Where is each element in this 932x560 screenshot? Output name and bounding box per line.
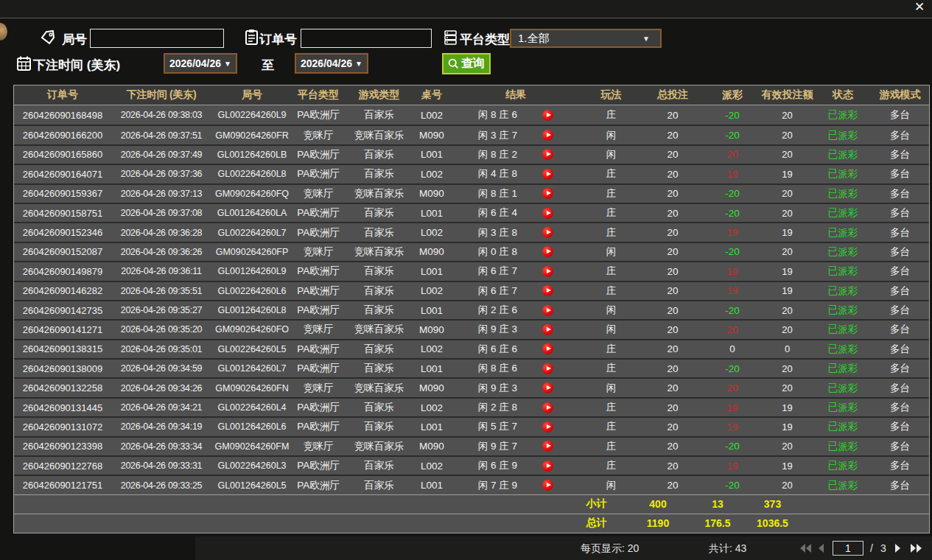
video-play-icon[interactable] — [542, 382, 553, 393]
cell-round-number: GM090264260FN — [211, 383, 292, 393]
cell-bet-time: 2026-04-26 09:35:51 — [111, 286, 211, 296]
cell-game-type: 百家乐 — [344, 226, 414, 239]
video-play-icon[interactable] — [542, 227, 553, 238]
cell-round-number: GL001264260L8 — [211, 305, 292, 315]
video-play-icon[interactable] — [542, 285, 553, 296]
cell-status: 已派彩 — [815, 304, 871, 317]
cell-platform: PA欧洲厅 — [292, 284, 344, 298]
date-from-select[interactable]: 2026/04/26 ▼ — [164, 53, 237, 74]
chevron-down-icon: ▼ — [224, 60, 231, 68]
cell-status: 已派彩 — [815, 245, 871, 259]
video-play-icon[interactable] — [542, 188, 553, 199]
cell-status: 已派彩 — [815, 440, 871, 453]
cell-table-number: L002 — [414, 402, 449, 413]
video-play-icon[interactable] — [542, 363, 553, 374]
cell-game-type: 竞咪百家乐 — [344, 323, 414, 336]
video-play-icon[interactable] — [542, 110, 553, 121]
cell-total-bet: 20 — [640, 402, 705, 413]
cell-game-mode: 多台 — [871, 420, 929, 433]
video-play-icon[interactable] — [542, 421, 553, 433]
query-button[interactable]: 查询 — [442, 53, 491, 74]
cell-valid-bet: 20 — [760, 441, 815, 452]
video-play-icon[interactable] — [542, 480, 553, 491]
first-page-button[interactable] — [799, 543, 812, 553]
grand-total-payout: 176.5 — [690, 517, 745, 529]
cell-round-number: GM090264260FP — [211, 247, 292, 257]
video-play-icon[interactable] — [542, 324, 553, 335]
round-number-input[interactable] — [90, 29, 224, 48]
cell-round-number: GL002264260L7 — [211, 228, 292, 238]
cell-order-number: 260426090142735 — [14, 305, 111, 316]
cell-platform: 竞咪厅 — [292, 382, 344, 395]
cell-order-number: 260426090146282 — [14, 285, 111, 296]
video-play-icon[interactable] — [542, 246, 553, 257]
cell-table-number: M090 — [414, 324, 449, 335]
prev-page-button[interactable] — [816, 543, 825, 553]
cell-payout: 19 — [705, 169, 760, 180]
table-row: 2604260901658602026-04-26 09:37:49GL0012… — [14, 144, 929, 164]
cell-platform: 竞咪厅 — [292, 440, 344, 453]
result-text: 闲 6 庄 6 — [478, 343, 517, 356]
cell-result: 闲 8 庄 2 — [449, 148, 582, 161]
video-play-icon[interactable] — [542, 441, 553, 452]
cell-result: 闲 6 庄 9 — [449, 459, 582, 472]
cell-round-number: GL002264260L3 — [211, 461, 292, 471]
tag-icon — [40, 29, 56, 46]
video-play-icon[interactable] — [542, 149, 553, 160]
cell-total-bet: 20 — [640, 382, 705, 393]
video-play-icon[interactable] — [542, 169, 553, 180]
cell-order-number: 260426090131072 — [14, 421, 111, 433]
order-number-input[interactable] — [301, 29, 432, 48]
platform-type-value: 1.全部 — [511, 32, 642, 46]
cell-result: 闲 8 庄 1 — [449, 187, 582, 200]
cell-payout: -20 — [705, 188, 760, 199]
table-row: 2604260901640712026-04-26 09:37:36GL0022… — [14, 164, 929, 183]
cell-status: 已派彩 — [815, 420, 871, 433]
cell-platform: 竞咪厅 — [292, 323, 344, 336]
page-number-input[interactable] — [833, 541, 863, 556]
cell-bet-time: 2026-04-26 09:37:36 — [111, 169, 211, 179]
cell-play-type: 庄 — [582, 265, 640, 278]
cell-order-number: 260426090159367 — [14, 188, 111, 199]
cell-payout: -20 — [705, 208, 760, 219]
table-header-row: 订单号 下注时间 (美东) 局号 平台类型 游戏类型 桌号 结果 玩法 总投注 … — [14, 85, 929, 105]
cell-payout: 20 — [705, 382, 760, 393]
video-play-icon[interactable] — [542, 402, 553, 413]
video-play-icon[interactable] — [542, 266, 553, 277]
cell-play-type: 闲 — [582, 479, 640, 492]
cell-total-bet: 20 — [640, 266, 705, 277]
cell-game-type: 百家乐 — [344, 343, 414, 356]
video-play-icon[interactable] — [542, 461, 553, 472]
cell-result: 闲 9 庄 7 — [449, 440, 582, 453]
last-page-button[interactable] — [910, 543, 923, 553]
cell-bet-time: 2026-04-26 09:34:59 — [111, 363, 211, 374]
video-play-icon[interactable] — [542, 130, 553, 141]
cell-order-number: 260426090166200 — [14, 130, 111, 141]
search-icon — [448, 58, 459, 69]
cell-round-number: GL001264260L9 — [211, 266, 292, 276]
cell-table-number: L002 — [414, 343, 449, 354]
platform-type-select[interactable]: 1.全部 ▼ — [510, 29, 662, 48]
date-to-select[interactable]: 2026/04/26 ▼ — [295, 53, 368, 74]
cell-total-bet: 20 — [640, 324, 705, 335]
cell-status: 已派彩 — [815, 167, 871, 181]
table-row: 2604260901233982026-04-26 09:33:34GM0902… — [14, 436, 929, 455]
cell-total-bet: 20 — [640, 421, 705, 433]
cell-valid-bet: 20 — [760, 246, 815, 257]
next-page-button[interactable] — [894, 543, 903, 553]
background-decor — [0, 23, 7, 41]
table-row: 2604260901310722026-04-26 09:34:19GL0012… — [14, 416, 929, 435]
table-row: 2604260901383152026-04-26 09:35:01GL0022… — [14, 339, 929, 358]
cell-order-number: 260426090152087 — [14, 246, 111, 257]
close-button[interactable]: ✕ — [912, 0, 927, 15]
header-status: 状态 — [815, 88, 871, 102]
cell-bet-time: 2026-04-26 09:33:25 — [111, 480, 211, 491]
result-text: 闲 6 庄 7 — [478, 265, 517, 278]
per-page-label: 每页显示: 20 — [581, 542, 639, 556]
cell-order-number: 260426090138315 — [14, 343, 111, 354]
cell-bet-time: 2026-04-26 09:38:03 — [111, 110, 211, 120]
video-play-icon[interactable] — [542, 343, 553, 354]
video-play-icon[interactable] — [542, 208, 553, 219]
video-play-icon[interactable] — [542, 305, 553, 316]
cell-order-number: 260426090141271 — [14, 324, 111, 335]
